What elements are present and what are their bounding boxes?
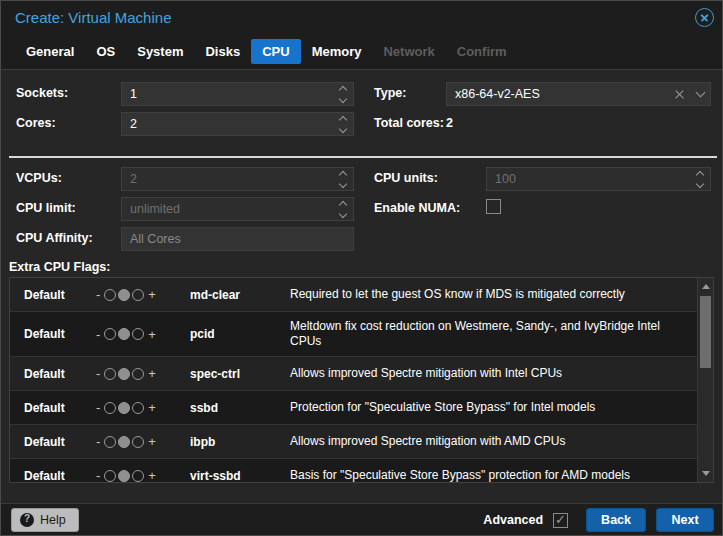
flag-name: ssbd	[190, 401, 290, 415]
cpu-affinity-input[interactable]: All Cores	[121, 227, 354, 251]
spinner-up-icon[interactable]	[339, 85, 347, 93]
plus-icon[interactable]: +	[146, 327, 158, 342]
footer-actions: Advanced Back Next	[483, 508, 714, 532]
clear-x-icon[interactable]	[674, 89, 685, 100]
table-row[interactable]: Default -+ virt-ssbd Basis for "Speculat…	[10, 459, 697, 482]
slider-dot-on	[132, 289, 144, 301]
type-value: x86-64-v2-AES	[455, 87, 540, 101]
tab-network: Network	[372, 39, 445, 64]
flag-name: spec-ctrl	[190, 367, 290, 381]
slider-dot-on	[132, 402, 144, 414]
scrollbar-thumb[interactable]	[700, 296, 711, 368]
flag-description: Required to let the guest OS know if MDS…	[290, 287, 697, 302]
flag-description: Meltdown fix cost reduction on Westmere,…	[290, 319, 697, 349]
plus-icon[interactable]: +	[146, 468, 158, 482]
flag-tristate-slider[interactable]: -+	[94, 327, 190, 342]
flag-tristate-slider[interactable]: -+	[94, 400, 190, 415]
flag-description: Basis for "Speculative Store Bypass" pro…	[290, 468, 697, 482]
spinner-up-icon[interactable]	[339, 115, 347, 123]
help-button[interactable]: Help	[11, 508, 79, 532]
sockets-spinner[interactable]	[340, 83, 346, 105]
tab-os[interactable]: OS	[85, 39, 126, 64]
plus-icon[interactable]: +	[146, 434, 158, 449]
advanced-checkbox[interactable]	[553, 513, 568, 528]
flag-tristate-slider[interactable]: -+	[94, 434, 190, 449]
scroll-down-icon[interactable]	[702, 471, 710, 476]
tab-disks[interactable]: Disks	[194, 39, 251, 64]
flag-tristate-slider[interactable]: -+	[94, 287, 190, 302]
flag-description: Allows improved Spectre mitigation with …	[290, 434, 697, 449]
total-cores-label: Total cores:	[374, 116, 444, 130]
cpu-affinity-label: CPU Affinity:	[16, 231, 93, 245]
table-row[interactable]: Default -+ md-clear Required to let the …	[10, 278, 697, 312]
slider-dot-on	[132, 436, 144, 448]
slider-dot-on	[132, 328, 144, 340]
tab-general[interactable]: General	[15, 39, 85, 64]
type-combo[interactable]: x86-64-v2-AES	[446, 82, 711, 106]
vcpus-value: 2	[130, 172, 137, 186]
spinner-up-icon	[696, 170, 704, 178]
table-row[interactable]: Default -+ spec-ctrl Allows improved Spe…	[10, 357, 697, 391]
cpu-units-input: 100	[486, 167, 711, 191]
spinner-down-icon	[339, 179, 347, 187]
plus-icon[interactable]: +	[146, 400, 158, 415]
slider-dot-off	[104, 436, 116, 448]
minus-icon[interactable]: -	[94, 434, 102, 449]
cpu-limit-value: unlimited	[130, 202, 180, 216]
tab-system[interactable]: System	[126, 39, 194, 64]
table-row[interactable]: Default -+ ibpb Allows improved Spectre …	[10, 425, 697, 459]
cores-spinner[interactable]	[340, 113, 346, 135]
minus-icon[interactable]: -	[94, 468, 102, 482]
cpu-affinity-placeholder: All Cores	[130, 232, 181, 246]
table-row[interactable]: Default -+ pcid Meltdown fix cost reduct…	[10, 312, 697, 357]
flag-state: Default	[24, 469, 94, 483]
tab-cpu[interactable]: CPU	[251, 39, 300, 64]
flags-scrollbar[interactable]	[697, 278, 713, 482]
spinner-down-icon	[696, 179, 704, 187]
cpu-units-label: CPU units:	[374, 171, 438, 185]
minus-icon[interactable]: -	[94, 287, 102, 302]
minus-icon[interactable]: -	[94, 327, 102, 342]
chevron-down-icon[interactable]	[696, 88, 706, 98]
tab-bar: General OS System Disks CPU Memory Netwo…	[15, 39, 518, 64]
create-vm-dialog: Create: Virtual Machine General OS Syste…	[0, 0, 723, 536]
type-combo-icons	[674, 83, 704, 105]
enable-numa-label: Enable NUMA:	[374, 201, 460, 215]
flag-tristate-slider[interactable]: -+	[94, 468, 190, 482]
tab-memory[interactable]: Memory	[301, 39, 373, 64]
back-button[interactable]: Back	[586, 508, 646, 532]
plus-icon[interactable]: +	[146, 287, 158, 302]
footer: Help Advanced Back Next	[1, 503, 722, 535]
flag-description: Allows improved Spectre mitigation with …	[290, 366, 697, 381]
sockets-value: 1	[130, 87, 137, 101]
next-button[interactable]: Next	[656, 508, 714, 532]
scroll-up-icon[interactable]	[702, 284, 710, 289]
flag-name: pcid	[190, 327, 290, 341]
spinner-down-icon[interactable]	[339, 124, 347, 132]
section-divider	[9, 156, 717, 158]
flag-description: Protection for "Speculative Store Bypass…	[290, 400, 697, 415]
table-row[interactable]: Default -+ ssbd Protection for "Speculat…	[10, 391, 697, 425]
cores-value: 2	[130, 117, 137, 131]
cpu-limit-label: CPU limit:	[16, 201, 76, 215]
sockets-input[interactable]: 1	[121, 82, 354, 106]
spinner-down-icon[interactable]	[339, 94, 347, 102]
cpu-flags-rows: Default -+ md-clear Required to let the …	[10, 278, 697, 482]
slider-dot-off	[104, 289, 116, 301]
cpu-units-spinner	[697, 168, 703, 190]
minus-icon[interactable]: -	[94, 366, 102, 381]
spinner-down-icon	[339, 209, 347, 217]
flag-name: virt-ssbd	[190, 469, 290, 483]
minus-icon[interactable]: -	[94, 400, 102, 415]
extra-cpu-flags-label: Extra CPU Flags:	[9, 260, 110, 274]
total-cores-value: 2	[446, 116, 453, 130]
slider-dot-off	[104, 402, 116, 414]
plus-icon[interactable]: +	[146, 366, 158, 381]
cores-input[interactable]: 2	[121, 112, 354, 136]
spinner-up-icon	[339, 170, 347, 178]
slider-dot-off	[104, 328, 116, 340]
close-icon[interactable]	[695, 8, 714, 27]
enable-numa-checkbox[interactable]	[486, 199, 501, 214]
flag-tristate-slider[interactable]: -+	[94, 366, 190, 381]
form-body: Sockets: 1 Type: x86-64-v2-AES Cores: 2 …	[1, 69, 722, 503]
